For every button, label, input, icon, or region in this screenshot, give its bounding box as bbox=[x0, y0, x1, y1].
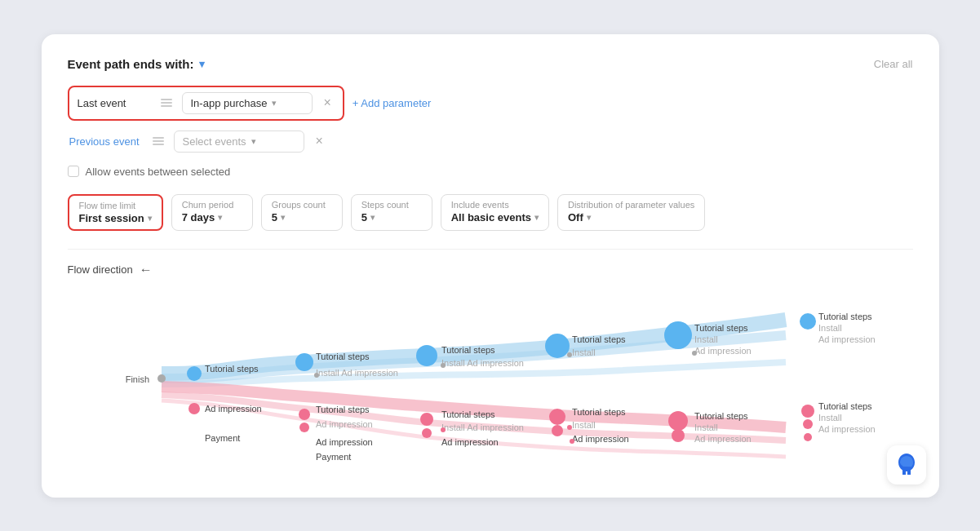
allow-events-label: Allow events between selected bbox=[86, 166, 231, 178]
filter-title-distribution: Distribution of parameter values bbox=[568, 200, 694, 210]
svg-text:Install Ad impression: Install Ad impression bbox=[316, 368, 398, 378]
node-tutorial-steps-1 bbox=[187, 366, 202, 381]
node-ad-impression-pink-1 bbox=[299, 423, 309, 432]
close-previous-event-button[interactable]: × bbox=[313, 133, 326, 149]
previous-event-dropdown[interactable]: Select events ▾ bbox=[174, 131, 304, 153]
filter-value-steps: 5 ▾ bbox=[361, 211, 375, 223]
svg-point-37 bbox=[570, 439, 574, 444]
svg-text:Ad impression: Ad impression bbox=[694, 346, 752, 356]
svg-text:Tutorial steps: Tutorial steps bbox=[694, 323, 748, 333]
svg-text:Tutorial steps: Tutorial steps bbox=[316, 352, 370, 361]
filter-steps-count[interactable]: Steps count 5 ▾ bbox=[351, 194, 432, 231]
svg-point-31 bbox=[314, 373, 319, 378]
last-event-row: Last event In-app purchase ▾ × + Add par… bbox=[68, 86, 913, 121]
filter-value-groups: 5 ▾ bbox=[272, 211, 285, 223]
node-install-pink-end bbox=[803, 419, 813, 429]
node-tutorial-steps-4 bbox=[545, 334, 570, 358]
filter-title-include: Include events bbox=[451, 200, 509, 210]
flow-section: Flow direction ← bbox=[68, 249, 913, 478]
filter-title-flow-time: Flow time limit bbox=[79, 201, 136, 210]
svg-point-36 bbox=[692, 351, 697, 356]
last-event-value: In-app purchase bbox=[191, 97, 268, 109]
svg-text:Ad impression: Ad impression bbox=[818, 424, 876, 434]
filter-groups-count[interactable]: Groups count 5 ▾ bbox=[261, 194, 343, 231]
logo-badge bbox=[887, 445, 926, 485]
allow-events-checkbox[interactable] bbox=[68, 166, 79, 177]
flow-direction-label: Flow direction bbox=[68, 263, 133, 276]
svg-text:Tutorial steps: Tutorial steps bbox=[694, 411, 748, 421]
main-card: Event path ends with: ▾ Clear all Last e… bbox=[42, 34, 939, 498]
filter-title-steps: Steps count bbox=[361, 200, 409, 210]
chevron-down-icon: ▾ bbox=[281, 213, 285, 222]
svg-text:Tutorial steps: Tutorial steps bbox=[818, 401, 872, 411]
previous-event-row: Previous event Select events ▾ × bbox=[68, 131, 913, 153]
chevron-down-icon: ▾ bbox=[218, 213, 222, 222]
previous-event-placeholder: Select events bbox=[183, 135, 246, 148]
chevron-down-icon: ▾ bbox=[148, 214, 152, 223]
svg-text:Install: Install bbox=[572, 420, 596, 430]
flow-svg: Finish Tutorial steps Ad impression Paym… bbox=[68, 290, 913, 470]
node-tutorial-steps-3 bbox=[416, 345, 437, 366]
chevron-down-icon: ▾ bbox=[370, 213, 375, 222]
svg-text:Tutorial steps: Tutorial steps bbox=[441, 345, 495, 355]
previous-event-label: Previous event bbox=[69, 135, 143, 148]
event-path-title: Event path ends with: ▾ bbox=[68, 57, 205, 71]
chevron-down-icon: ▾ bbox=[251, 136, 256, 147]
node-tutorial-steps-pink-4 bbox=[668, 411, 688, 431]
svg-text:Payment: Payment bbox=[316, 452, 351, 462]
svg-text:Install: Install bbox=[818, 323, 842, 333]
event-path-text: Event path ends with: bbox=[68, 57, 194, 71]
node-install-pink-1 bbox=[552, 425, 563, 436]
finish-label: Finish bbox=[125, 374, 149, 384]
filter-churn-period[interactable]: Churn period 7 days ▾ bbox=[171, 194, 253, 231]
close-last-event-button[interactable]: × bbox=[321, 95, 335, 111]
chevron-down-icon: ▾ bbox=[272, 98, 277, 108]
svg-text:Install Ad impression: Install Ad impression bbox=[441, 423, 524, 432]
svg-text:Install: Install bbox=[818, 413, 842, 423]
last-event-dropdown[interactable]: In-app purchase ▾ bbox=[182, 92, 313, 114]
clear-all-button[interactable]: Clear all bbox=[874, 58, 913, 70]
svg-text:Tutorial steps: Tutorial steps bbox=[818, 312, 872, 321]
node-tutorial-steps-pink-end bbox=[801, 405, 814, 418]
node-tutorial-steps-2 bbox=[295, 353, 313, 371]
svg-text:Payment: Payment bbox=[205, 433, 240, 443]
node-tutorial-steps-end bbox=[800, 313, 816, 330]
filter-value-churn: 7 days ▾ bbox=[182, 211, 222, 223]
filter-flow-time-limit[interactable]: Flow time limit First session ▾ bbox=[68, 194, 163, 231]
chevron-down-icon: ▾ bbox=[534, 213, 539, 222]
svg-text:Install: Install bbox=[572, 347, 596, 357]
filter-include-events[interactable]: Include events All basic events ▾ bbox=[441, 194, 549, 231]
filter-value-flow-time: First session ▾ bbox=[79, 212, 152, 224]
svg-point-33 bbox=[567, 352, 572, 357]
filter-title-churn: Churn period bbox=[182, 200, 234, 210]
node-install-pink-2 bbox=[672, 429, 685, 442]
filter-value-distribution: Off ▾ bbox=[568, 211, 591, 223]
svg-text:Ad impression: Ad impression bbox=[694, 434, 752, 444]
add-parameter-button[interactable]: + Add parameter bbox=[353, 97, 431, 109]
filter-value-include: All basic events ▾ bbox=[451, 211, 539, 223]
node-tutorial-steps-pink-2 bbox=[420, 413, 433, 426]
chevron-down-icon[interactable]: ▾ bbox=[199, 58, 205, 70]
node-ad-impression-pink-end bbox=[804, 433, 812, 441]
svg-text:Tutorial steps: Tutorial steps bbox=[441, 409, 495, 419]
filter-distribution[interactable]: Distribution of parameter values Off ▾ bbox=[557, 194, 705, 231]
drag-handle-previous[interactable] bbox=[151, 135, 166, 147]
node-tutorial-steps-5 bbox=[664, 321, 692, 349]
svg-text:Tutorial steps: Tutorial steps bbox=[316, 405, 370, 414]
node-tutorial-steps-pink-1 bbox=[299, 409, 310, 420]
svg-text:Tutorial steps: Tutorial steps bbox=[572, 407, 626, 417]
svg-point-34 bbox=[441, 427, 446, 432]
finish-node bbox=[157, 374, 166, 383]
svg-text:Ad impression: Ad impression bbox=[316, 437, 373, 447]
flow-visualization: Finish Tutorial steps Ad impression Paym… bbox=[68, 290, 913, 478]
node-ad-impression-1 bbox=[188, 403, 200, 414]
allow-events-row: Allow events between selected bbox=[68, 166, 913, 178]
svg-text:Ad impression: Ad impression bbox=[316, 419, 373, 429]
svg-text:Tutorial steps: Tutorial steps bbox=[572, 334, 626, 344]
svg-text:Ad impression: Ad impression bbox=[205, 404, 262, 414]
node-tutorial-steps-pink-3 bbox=[549, 409, 565, 425]
drag-handle-last[interactable] bbox=[159, 97, 174, 108]
node-ad-impression-pink-2 bbox=[422, 428, 432, 438]
filters-row: Flow time limit First session ▾ Churn pe… bbox=[68, 194, 913, 231]
svg-text:Install: Install bbox=[694, 334, 718, 344]
